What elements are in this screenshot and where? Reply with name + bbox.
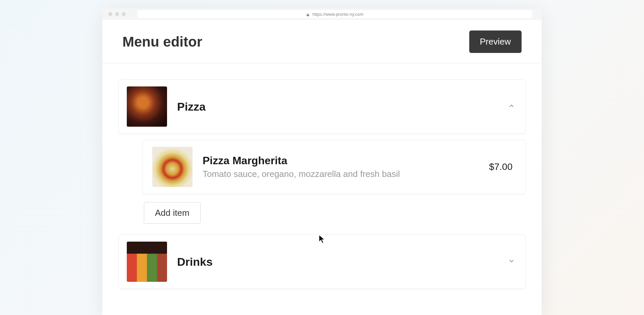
minimize-window-icon[interactable] bbox=[115, 12, 119, 16]
browser-window: https://www.pronto-ny.com Menu editor Pr… bbox=[102, 8, 542, 315]
category-image bbox=[127, 86, 167, 127]
window-controls bbox=[108, 12, 126, 16]
item-image bbox=[152, 147, 193, 187]
category-row-pizza[interactable]: Pizza bbox=[118, 79, 526, 134]
preview-button[interactable]: Preview bbox=[469, 30, 522, 53]
maximize-window-icon[interactable] bbox=[122, 12, 126, 16]
lock-icon bbox=[306, 12, 310, 16]
url-text: https://www.pronto-ny.com bbox=[312, 12, 363, 17]
category-row-drinks[interactable]: Drinks bbox=[118, 235, 526, 289]
address-bar[interactable]: https://www.pronto-ny.com bbox=[138, 10, 532, 18]
category-image bbox=[127, 242, 167, 282]
category-title: Pizza bbox=[177, 100, 498, 113]
editor-body: Pizza Pizza Margherita Tomato sauce, ore… bbox=[102, 63, 542, 289]
browser-chrome: https://www.pronto-ny.com bbox=[102, 8, 542, 20]
add-item-button[interactable]: Add item bbox=[144, 202, 201, 224]
item-info: Pizza Margherita Tomato sauce, oregano, … bbox=[203, 154, 479, 179]
header: Menu editor Preview bbox=[102, 20, 542, 63]
item-description: Tomato sauce, oregano, mozzarella and fr… bbox=[203, 169, 479, 179]
category-items: Pizza Margherita Tomato sauce, oregano, … bbox=[118, 140, 526, 235]
close-window-icon[interactable] bbox=[108, 12, 112, 16]
app-content: Menu editor Preview Pizza Pizza bbox=[102, 20, 542, 289]
chevron-up-icon bbox=[508, 102, 515, 111]
item-price: $7.00 bbox=[489, 162, 513, 172]
category-title: Drinks bbox=[177, 255, 498, 268]
page-title: Menu editor bbox=[122, 34, 202, 50]
item-name: Pizza Margherita bbox=[203, 154, 479, 167]
chevron-down-icon bbox=[508, 257, 515, 266]
menu-item-row[interactable]: Pizza Margherita Tomato sauce, oregano, … bbox=[143, 140, 526, 194]
